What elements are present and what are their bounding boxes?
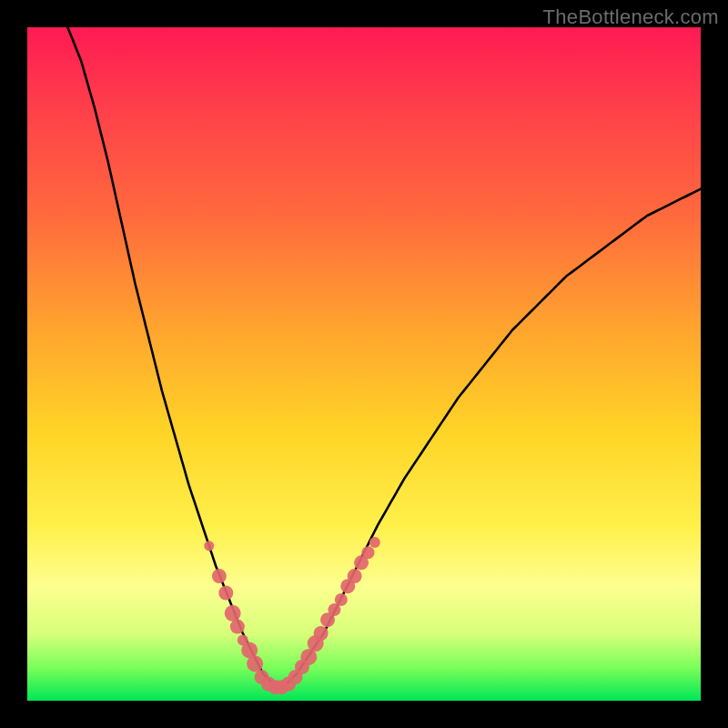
marker-dot — [335, 593, 348, 606]
plot-area — [27, 27, 701, 701]
marker-dot — [348, 569, 362, 583]
marker-dot — [225, 605, 241, 622]
chart-svg — [27, 27, 701, 701]
marker-dot — [212, 569, 227, 583]
marker-group — [204, 537, 380, 694]
marker-dot — [314, 626, 329, 641]
marker-dot — [204, 541, 214, 551]
watermark-text: TheBottleneck.com — [543, 5, 719, 29]
marker-dot — [230, 620, 245, 634]
stage: TheBottleneck.com — [0, 0, 728, 728]
marker-dot — [218, 586, 233, 601]
marker-dot — [247, 655, 263, 672]
bottleneck-curve — [67, 27, 701, 687]
marker-dot — [369, 537, 380, 548]
marker-dot — [361, 546, 374, 559]
